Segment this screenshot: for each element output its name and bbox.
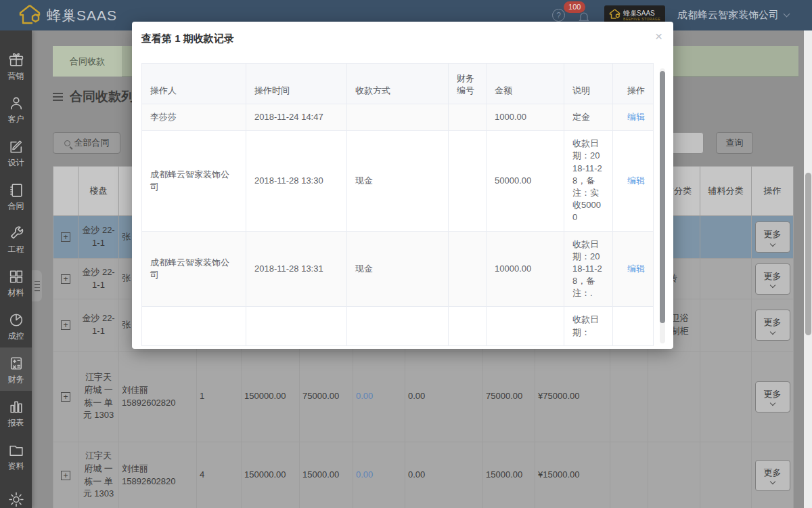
notification-badge: 100 — [564, 1, 585, 13]
modal-cell: 2018-11-28 13:30 — [246, 131, 347, 231]
company-logo-subtitle: BEEHIVE STORAGE — [623, 18, 660, 21]
column-header — [53, 167, 78, 216]
sidebar-item-cost-control[interactable]: 成控 — [0, 304, 32, 347]
edit-link[interactable]: 编辑 — [627, 175, 645, 186]
edit-link[interactable]: 编辑 — [627, 112, 645, 122]
table-cell — [700, 442, 752, 508]
modal-header: 查看第 1 期收款记录 × — [132, 22, 673, 52]
modal-cell: 收款日期：2018-11-28，备注：. — [564, 231, 613, 307]
table-cell: 金沙 22-1-1 — [78, 259, 119, 299]
chevron-down-icon — [769, 282, 775, 288]
sidebar-item-materials[interactable]: 材料 — [0, 261, 32, 304]
modal-cell — [449, 104, 487, 131]
modal-column-header: 操作人 — [142, 64, 246, 104]
payment-records-modal: 查看第 1 期收款记录 × 操作人操作时间收款方式财务编号金额说明操作李莎莎20… — [132, 22, 673, 349]
table-cell: 15000.00 — [300, 442, 353, 508]
modal-cell — [449, 231, 487, 307]
wrench-icon — [7, 225, 25, 242]
help-icon[interactable]: ? — [552, 9, 565, 22]
gift-icon — [7, 51, 25, 68]
modal-column-header: 操作时间 — [246, 64, 347, 104]
table-row[interactable]: +江宇天 府城 一栋一 单元 1303刘佳丽 15892602820415000… — [53, 442, 794, 508]
expand-icon[interactable]: + — [61, 274, 70, 284]
company-logo-icon — [609, 8, 621, 22]
sidebar-item-settings[interactable] — [0, 478, 32, 508]
table-cell: ¥15000.00 — [535, 442, 610, 508]
table-cell — [648, 442, 700, 508]
gear-icon — [7, 491, 25, 508]
expand-icon[interactable]: + — [61, 232, 70, 242]
modal-cell: 成都蜂云智家装饰公司 — [142, 131, 246, 231]
table-cell: 江宇天 府城 一栋一 单元 1303 — [78, 442, 119, 508]
sidebar-item-label: 资料 — [8, 462, 24, 470]
modal-cell: 成都蜂云智家装饰公司 — [142, 231, 246, 307]
table-cell: ¥75000.00 — [535, 352, 610, 442]
query-button[interactable]: 查询 — [716, 132, 753, 154]
table-cell: 江宇天 府城 一栋一 单元 1303 — [78, 352, 119, 442]
table-cell: 0.00 — [405, 352, 483, 442]
modal-scrollbar[interactable] — [660, 68, 665, 343]
table-cell: 刘佳丽 15892602820 — [119, 442, 197, 508]
more-button[interactable]: 更多 — [755, 263, 790, 295]
sidebar-item-label: 设计 — [8, 158, 24, 167]
modal-record-row: 收款日期： — [142, 307, 654, 345]
sidebar-item-customers[interactable]: 客户 — [0, 87, 32, 131]
users-icon — [7, 95, 25, 112]
table-cell: 0.00 — [405, 442, 483, 508]
modal-cell: 2018-11-24 14:47 — [246, 104, 347, 131]
more-button[interactable]: 更多 — [755, 221, 790, 253]
calculator-icon — [7, 355, 25, 372]
modal-record-row: 成都蜂云智家装饰公司2018-11-28 13:30现金50000.00收款日期… — [142, 131, 654, 231]
modal-cell: 1000.00 — [487, 104, 564, 131]
chevron-down-icon — [769, 400, 775, 406]
all-contracts-button[interactable]: 全部合同 — [53, 132, 120, 154]
sidebar-item-label: 材料 — [8, 289, 24, 297]
grid-icon — [7, 268, 25, 285]
chevron-down-icon — [769, 329, 775, 335]
table-cell — [700, 259, 752, 299]
table-cell: 0.00 — [353, 442, 405, 508]
edit-link[interactable]: 编辑 — [627, 263, 645, 274]
sidebar-item-reports[interactable]: 报表 — [0, 391, 32, 434]
tab-contract-payment[interactable]: 合同收款 — [53, 46, 122, 77]
modal-cell — [449, 307, 487, 345]
table-cell: 0.00 — [353, 352, 405, 442]
chevron-down-icon — [784, 11, 790, 18]
expand-icon[interactable]: + — [61, 320, 70, 330]
modal-cell — [347, 104, 449, 131]
all-contracts-label: 全部合同 — [74, 137, 110, 149]
modal-cell — [246, 307, 347, 345]
modal-cell: 现金 — [347, 131, 449, 231]
company-name: 成都蜂云智家装饰公司 — [677, 9, 779, 22]
sidebar-item-contract[interactable]: 合同 — [0, 174, 32, 217]
modal-body: 操作人操作时间收款方式财务编号金额说明操作李莎莎2018-11-24 14:47… — [132, 52, 673, 349]
brand: 蜂巢SAAS — [18, 3, 117, 28]
company-logo-title: 蜂巢SAAS — [623, 10, 660, 17]
modal-cell — [449, 131, 487, 231]
modal-cell: 收款日期：2018-11-28，备注：实收50000 — [564, 131, 613, 231]
more-button[interactable]: 更多 — [755, 310, 790, 341]
modal-column-header: 收款方式 — [347, 64, 449, 104]
sidebar-item-design[interactable]: 设计 — [0, 131, 32, 174]
expand-icon[interactable]: + — [61, 392, 70, 402]
page-scrollbar-thumb[interactable] — [805, 173, 811, 335]
book-icon — [7, 182, 25, 198]
sidebar-item-label: 合同 — [8, 202, 24, 210]
table-row[interactable]: +江宇天 府城 一栋一 单元 1303刘佳丽 15892602820115000… — [53, 352, 794, 442]
sidebar-item-marketing[interactable]: 营销 — [0, 44, 32, 87]
close-icon[interactable]: × — [655, 30, 662, 43]
sidebar-item-label: 财务 — [8, 375, 24, 383]
table-cell: 刘佳丽 15892602820 — [119, 352, 197, 442]
more-button[interactable]: 更多 — [755, 460, 790, 491]
modal-record-row: 成都蜂云智家装饰公司2018-11-28 13:31现金10000.00收款日期… — [142, 231, 654, 307]
page-scrollbar[interactable] — [804, 30, 812, 508]
sidebar-item-finance[interactable]: 财务 — [0, 347, 32, 391]
modal-scrollbar-thumb[interactable] — [660, 71, 665, 323]
more-button[interactable]: 更多 — [755, 381, 790, 412]
sidebar-item-documents[interactable]: 资料 — [0, 434, 32, 478]
modal-record-row: 李莎莎2018-11-24 14:471000.00定金编辑 — [142, 104, 654, 131]
expand-icon[interactable]: + — [61, 471, 70, 480]
sidebar-collapse-handle[interactable] — [32, 270, 42, 301]
sidebar-item-engineering[interactable]: 工程 — [0, 217, 32, 261]
company-switcher[interactable]: 成都蜂云智家装饰公司 — [677, 9, 789, 22]
